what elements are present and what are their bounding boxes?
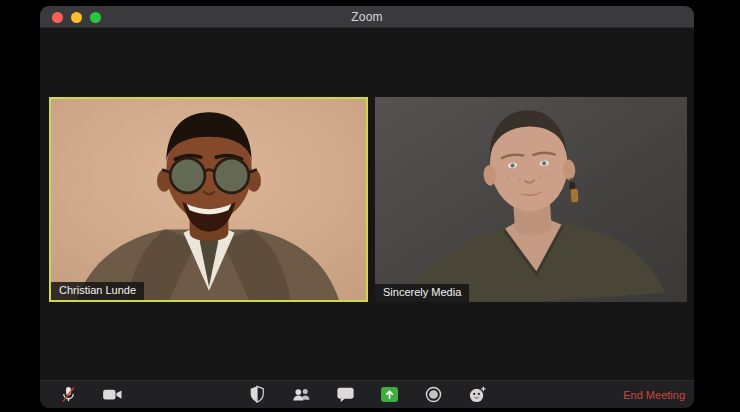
participants-button[interactable]	[279, 381, 323, 409]
video-tile-christian-lunde[interactable]: Christian Lunde	[49, 97, 368, 302]
record-icon	[424, 385, 443, 404]
close-button[interactable]	[52, 12, 63, 23]
shield-icon	[248, 385, 266, 404]
portrait-man-glasses	[49, 97, 368, 302]
titlebar: Zoom	[40, 6, 694, 28]
window-title: Zoom	[351, 10, 382, 24]
mute-button[interactable]	[46, 381, 90, 409]
toolbar-center-group	[235, 381, 499, 409]
share-screen-button[interactable]	[367, 381, 411, 409]
zoom-window: Zoom	[40, 6, 694, 408]
end-meeting-button[interactable]: End Meeting	[623, 381, 685, 408]
participant-name-label: Sincerely Media	[375, 284, 469, 302]
video-button[interactable]	[90, 381, 134, 409]
fullscreen-button[interactable]	[90, 12, 101, 23]
video-camera-icon	[102, 387, 123, 402]
security-button[interactable]	[235, 381, 279, 409]
toolbar-left-group	[40, 381, 134, 409]
desktop: Zoom	[0, 0, 740, 412]
portrait-woman-buzzcut	[375, 97, 687, 302]
meeting-toolbar: End Meeting	[40, 380, 694, 408]
window-controls	[52, 6, 101, 28]
video-tile-sincerely-media[interactable]: Sincerely Media	[375, 97, 687, 302]
share-screen-icon	[381, 387, 398, 402]
reactions-button[interactable]	[455, 381, 499, 409]
chat-button[interactable]	[323, 381, 367, 409]
participants-icon	[291, 387, 312, 402]
microphone-muted-icon	[59, 385, 78, 404]
record-button[interactable]	[411, 381, 455, 409]
minimize-button[interactable]	[71, 12, 82, 23]
reactions-smiley-icon	[468, 385, 487, 404]
chat-bubble-icon	[336, 386, 355, 403]
participant-name-label: Christian Lunde	[51, 282, 144, 300]
